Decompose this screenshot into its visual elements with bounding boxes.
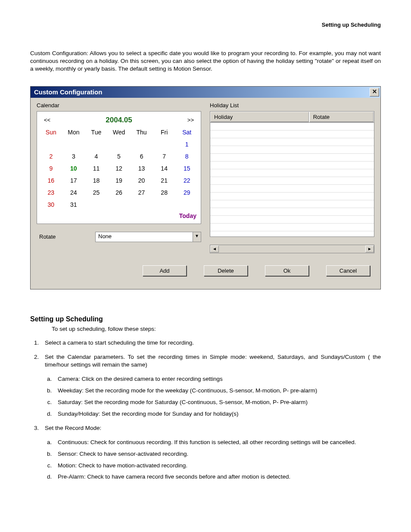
calendar-day[interactable]: 25 xyxy=(85,189,108,196)
calendar-day xyxy=(85,141,108,148)
calendar-widget: << 2004.05 >> SunMonTueWedThuFriSat12345… xyxy=(37,111,201,224)
list-row[interactable] xyxy=(210,216,374,224)
scroll-left-icon[interactable]: ◄ xyxy=(210,246,219,252)
calendar-day[interactable]: 21 xyxy=(153,177,176,184)
col-header-rotate[interactable]: Rotate xyxy=(309,112,374,122)
substep: Continuous: Check for continuous recordi… xyxy=(53,439,381,447)
calendar-day[interactable]: 31 xyxy=(62,201,85,208)
section-lead: To set up scheduling, follow these steps… xyxy=(52,326,381,332)
calendar-day[interactable]: 8 xyxy=(175,153,198,160)
substep: Sensor: Check to have sensor-activated r… xyxy=(53,450,381,458)
list-row[interactable] xyxy=(210,224,374,231)
list-row[interactable] xyxy=(210,185,374,193)
substep: Sunday/Holiday: Set the recording mode f… xyxy=(53,410,381,418)
calendar-day xyxy=(130,141,153,148)
list-row[interactable] xyxy=(210,169,374,177)
list-row[interactable] xyxy=(210,138,374,146)
calendar-day[interactable]: 5 xyxy=(108,153,131,160)
calendar-day[interactable]: 29 xyxy=(175,189,198,196)
list-row[interactable] xyxy=(210,131,374,138)
calendar-month: 2004.05 xyxy=(106,116,132,124)
custom-config-dialog: Custom Configuration ✕ Calendar << 2004.… xyxy=(30,86,381,289)
dow-header: Wed xyxy=(108,129,131,136)
section-heading: Setting up Scheduling xyxy=(30,315,381,323)
list-row[interactable] xyxy=(210,208,374,216)
holiday-listbox[interactable]: Holiday Rotate xyxy=(210,111,374,237)
intro-paragraph: Custom Configuration: Allows you to sele… xyxy=(30,50,381,73)
dow-header: Thu xyxy=(130,129,153,136)
calendar-day[interactable]: 28 xyxy=(153,189,176,196)
calendar-day[interactable]: 18 xyxy=(85,177,108,184)
chevron-down-icon: ▼ xyxy=(193,232,201,242)
dialog-titlebar: Custom Configuration ✕ xyxy=(31,87,380,98)
calendar-day xyxy=(153,141,176,148)
page-header: Setting up Scheduling xyxy=(30,22,381,28)
close-button[interactable]: ✕ xyxy=(370,88,379,96)
step-3-sublist: Continuous: Check for continuous recordi… xyxy=(53,439,381,482)
calendar-day[interactable]: 24 xyxy=(62,189,85,196)
calendar-day[interactable]: 6 xyxy=(130,153,153,160)
dow-header: Mon xyxy=(62,129,85,136)
holiday-list-label: Holiday List xyxy=(210,102,374,109)
substep: Saturday: Set the recording mode for Sat… xyxy=(53,398,381,407)
calendar-day xyxy=(108,141,131,148)
step-2: Set the Calendar parameters. To set the … xyxy=(40,353,381,418)
calendar-day[interactable]: 27 xyxy=(130,189,153,196)
list-row[interactable] xyxy=(210,123,374,131)
calendar-day[interactable]: 7 xyxy=(153,153,176,160)
next-month-button[interactable]: >> xyxy=(184,117,197,123)
col-header-holiday[interactable]: Holiday xyxy=(210,112,309,122)
calendar-day[interactable]: 11 xyxy=(85,165,108,172)
calendar-day[interactable]: 16 xyxy=(40,177,62,184)
calendar-day[interactable]: 22 xyxy=(175,177,198,184)
step-2-sublist: Camera: Click on the desired camera to e… xyxy=(53,375,381,418)
calendar-day xyxy=(130,201,153,208)
calendar-day[interactable]: 30 xyxy=(40,201,62,208)
calendar-label: Calendar xyxy=(37,102,201,109)
rotate-label: Rotate xyxy=(37,233,87,240)
scroll-right-icon[interactable]: ► xyxy=(365,246,374,252)
dow-header: Sat xyxy=(175,129,198,136)
calendar-day[interactable]: 10 xyxy=(62,165,85,172)
calendar-day[interactable]: 1 xyxy=(175,141,198,148)
dialog-title: Custom Configuration xyxy=(34,88,102,96)
calendar-day[interactable]: 17 xyxy=(62,177,85,184)
ok-button[interactable]: Ok xyxy=(265,265,309,276)
calendar-day[interactable]: 4 xyxy=(85,153,108,160)
calendar-day[interactable]: 26 xyxy=(108,189,131,196)
calendar-day[interactable]: 13 xyxy=(130,165,153,172)
calendar-day xyxy=(175,201,198,208)
calendar-day[interactable]: 9 xyxy=(40,165,62,172)
today-link[interactable]: Today xyxy=(38,212,200,222)
step-3-text: Set the Record Mode: xyxy=(45,425,101,431)
horizontal-scrollbar[interactable]: ◄ ► xyxy=(210,245,374,253)
calendar-day[interactable]: 14 xyxy=(153,165,176,172)
list-row[interactable] xyxy=(210,177,374,185)
calendar-day[interactable]: 23 xyxy=(40,189,62,196)
calendar-day[interactable]: 15 xyxy=(175,165,198,172)
add-button[interactable]: Add xyxy=(143,265,187,276)
list-row[interactable] xyxy=(210,162,374,169)
calendar-day[interactable]: 3 xyxy=(62,153,85,160)
step-2-text: Set the Calendar parameters. To set the … xyxy=(45,354,381,368)
list-row[interactable] xyxy=(210,154,374,162)
substep: Motion: Check to have motion-activated r… xyxy=(53,462,381,470)
rotate-select[interactable]: None ▼ xyxy=(95,232,201,242)
step-1: Select a camera to start scheduling the … xyxy=(40,339,381,347)
list-row[interactable] xyxy=(210,193,374,200)
list-row[interactable] xyxy=(210,200,374,208)
step-3: Set the Record Mode: Continuous: Check f… xyxy=(40,424,381,481)
calendar-day[interactable]: 20 xyxy=(130,177,153,184)
calendar-day xyxy=(108,201,131,208)
delete-button[interactable]: Delete xyxy=(204,265,248,276)
list-row[interactable] xyxy=(210,146,374,154)
rotate-value: None xyxy=(96,232,193,242)
calendar-day[interactable]: 19 xyxy=(108,177,131,184)
calendar-day xyxy=(62,141,85,148)
dow-header: Tue xyxy=(85,129,108,136)
cancel-button[interactable]: Cancel xyxy=(326,265,370,276)
prev-month-button[interactable]: << xyxy=(40,117,54,123)
dow-header: Fri xyxy=(153,129,176,136)
calendar-day[interactable]: 2 xyxy=(40,153,62,160)
calendar-day[interactable]: 12 xyxy=(108,165,131,172)
